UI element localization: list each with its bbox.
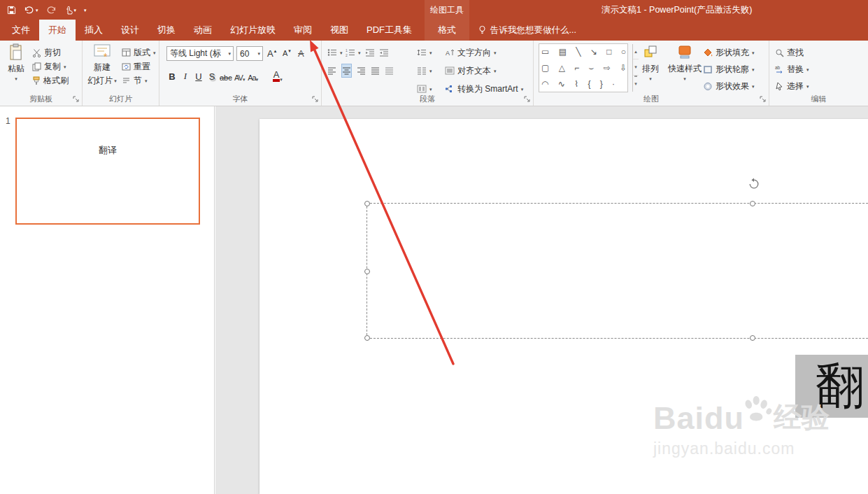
rotate-handle[interactable] xyxy=(748,178,760,190)
character-spacing-button[interactable]: AV▾ xyxy=(234,69,246,83)
quick-styles-icon xyxy=(678,43,692,62)
resize-handle-top-left[interactable] xyxy=(364,201,370,206)
slide-thumbnail[interactable]: 翻译 xyxy=(15,118,200,225)
new-slide-button[interactable]: * 新建 幻灯片 ▾ xyxy=(87,43,118,94)
underline-button[interactable]: U xyxy=(193,69,204,83)
title-textbox[interactable]: 翻译 xyxy=(367,203,868,339)
strikethrough-button[interactable]: abc xyxy=(220,69,232,83)
slide-thumbnail-pane: 1 翻译 xyxy=(0,106,215,494)
change-case-button[interactable]: Aa▾ xyxy=(248,69,259,83)
resize-handle-middle-left[interactable] xyxy=(364,269,370,274)
arrange-button[interactable]: 排列 ▾ xyxy=(636,43,665,94)
reset-button[interactable]: 重置 xyxy=(122,59,150,73)
text-direction-icon: A xyxy=(445,48,455,57)
new-slide-dropdown-icon: ▾ xyxy=(114,78,117,83)
align-text-button[interactable]: 对齐文本 ▾ xyxy=(445,64,497,78)
dialog-launcher-icon xyxy=(760,96,767,103)
redo-icon xyxy=(46,6,57,14)
group-label-font: 字体 xyxy=(159,94,321,104)
paragraph-dialog-launcher[interactable] xyxy=(523,95,532,104)
group-label-paragraph: 段落 xyxy=(322,94,533,104)
tab-format[interactable]: 格式 xyxy=(425,20,469,41)
tab-pdf-tools[interactable]: PDF工具集 xyxy=(357,20,421,41)
tab-view[interactable]: 视图 xyxy=(321,20,357,41)
redo-button[interactable] xyxy=(46,6,57,14)
drawing-dialog-launcher[interactable] xyxy=(759,95,767,104)
tab-animations[interactable]: 动画 xyxy=(185,20,221,41)
undo-button[interactable]: ▾ xyxy=(24,6,38,14)
tab-insert[interactable]: 插入 xyxy=(76,20,112,41)
bold-button[interactable]: B xyxy=(166,69,178,83)
decrease-indent-button[interactable] xyxy=(365,45,375,59)
section-button[interactable]: 节 ▾ xyxy=(122,73,148,87)
dialog-launcher-icon xyxy=(312,96,319,103)
shapes-row-2[interactable]: ▢ △ ⌐ ⌣ ⇨ ⇩ xyxy=(541,63,630,73)
save-button[interactable] xyxy=(7,6,16,15)
font-color-button[interactable]: A▾ xyxy=(272,69,283,83)
text-direction-button[interactable]: A 文字方向 ▾ xyxy=(445,45,497,59)
tab-review[interactable]: 审阅 xyxy=(285,20,321,41)
text-shadow-button[interactable]: S xyxy=(206,69,218,83)
customize-qat-button[interactable]: ▾ xyxy=(84,8,87,13)
shapes-row-3[interactable]: ◠ ∿ ⌇ { } · xyxy=(541,79,630,89)
copy-button[interactable]: 复制 ▾ xyxy=(32,59,66,73)
find-button[interactable]: 查找 xyxy=(775,45,804,59)
shape-effects-icon xyxy=(703,82,713,91)
tab-transitions[interactable]: 切换 xyxy=(148,20,185,41)
resize-handle-top-center[interactable] xyxy=(750,201,755,206)
quick-styles-button[interactable]: 快速样式 ▾ xyxy=(667,43,703,94)
svg-text:ab: ab xyxy=(775,65,781,70)
group-slides: * 新建 幻灯片 ▾ 版式 ▾ 重置 节 ▾ 幻灯片 xyxy=(83,41,159,106)
shape-effects-button[interactable]: 形状效果 ▾ xyxy=(703,79,755,93)
increase-indent-icon xyxy=(379,48,389,57)
group-label-slides: 幻灯片 xyxy=(83,94,159,104)
group-clipboard: 粘贴 ▾ 剪切 复制 ▾ 格式刷 剪贴板 xyxy=(0,41,83,106)
clipboard-dialog-launcher[interactable] xyxy=(72,95,80,104)
reset-icon xyxy=(122,62,131,71)
tab-home[interactable]: 开始 xyxy=(39,20,76,41)
tab-design[interactable]: 设计 xyxy=(112,20,148,41)
distribute-button[interactable] xyxy=(385,64,394,78)
increase-font-size-button[interactable]: A▴ xyxy=(267,46,276,60)
italic-button[interactable]: I xyxy=(180,69,191,83)
shape-outline-button[interactable]: 形状轮廓 ▾ xyxy=(703,62,755,76)
format-painter-button[interactable]: 格式刷 xyxy=(32,73,69,87)
font-dialog-launcher[interactable] xyxy=(311,95,320,104)
shapes-row-1[interactable]: ▭ ▤ ╲ ↘ □ ○ xyxy=(541,47,630,57)
justify-button[interactable] xyxy=(371,64,380,78)
resize-handle-bottom-center[interactable] xyxy=(750,335,755,341)
font-size-combo[interactable]: 60 ▾ xyxy=(236,46,263,61)
line-spacing-button[interactable]: ▾ xyxy=(417,45,432,59)
align-center-button[interactable] xyxy=(341,64,352,78)
paste-button[interactable]: 粘贴 ▾ xyxy=(3,43,29,94)
change-case-dropdown-icon: ▾ xyxy=(256,77,259,82)
tab-slideshow[interactable]: 幻灯片放映 xyxy=(221,20,285,41)
shape-fill-button[interactable]: 形状填充 ▾ xyxy=(703,45,755,59)
cut-button[interactable]: 剪切 xyxy=(32,45,61,59)
arrange-dropdown-icon: ▾ xyxy=(649,76,652,81)
bullets-button[interactable]: ▾ xyxy=(327,45,343,59)
decrease-font-size-button[interactable]: A▾ xyxy=(283,46,291,60)
ribbon-tab-row: 文件 开始 插入 设计 切换 动画 幻灯片放映 审阅 视图 PDF工具集 格式 … xyxy=(0,20,868,41)
watermark-url: jingyan.baidu.com xyxy=(653,439,830,458)
columns-button[interactable]: ▾ xyxy=(417,64,432,78)
numbering-button[interactable]: 12 ▾ xyxy=(346,45,361,59)
shape-fill-icon xyxy=(703,48,713,57)
font-toggle-row: B I U S abc AV▾ Aa▾ A▾ xyxy=(166,69,283,83)
increase-indent-button[interactable] xyxy=(379,45,389,59)
resize-handle-bottom-left[interactable] xyxy=(364,335,370,341)
replace-icon: ab xyxy=(775,65,784,74)
layout-button[interactable]: 版式 ▾ xyxy=(122,45,156,59)
numbering-icon: 12 xyxy=(346,48,355,57)
touch-mouse-mode-button[interactable]: ▾ xyxy=(64,5,77,15)
tab-file[interactable]: 文件 xyxy=(3,20,39,41)
tell-me[interactable]: 告诉我您想要做什么... xyxy=(478,20,576,41)
text-columns-icon xyxy=(417,85,427,93)
section-icon xyxy=(122,76,131,85)
align-right-button[interactable] xyxy=(357,64,366,78)
select-button[interactable]: 选择 ▾ xyxy=(775,79,809,93)
font-name-combo[interactable]: 等线 Light (标 ▾ xyxy=(166,46,234,61)
clear-formatting-button[interactable]: A xyxy=(298,46,304,60)
replace-button[interactable]: ab 替换 ▾ xyxy=(775,62,809,76)
align-left-button[interactable] xyxy=(327,64,336,78)
